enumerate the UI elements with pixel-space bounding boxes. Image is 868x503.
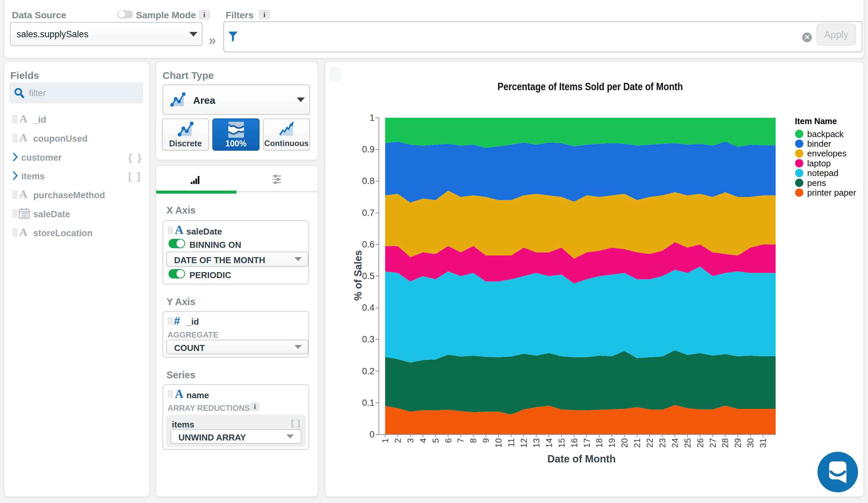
svg-text:28: 28 xyxy=(720,438,730,448)
svg-text:0.6: 0.6 xyxy=(362,240,374,250)
svg-text:17: 17 xyxy=(582,438,592,448)
svg-text:% of Sales: % of Sales xyxy=(352,250,364,301)
svg-text:printer paper: printer paper xyxy=(807,188,856,198)
svg-text:9: 9 xyxy=(481,438,491,443)
svg-text:5: 5 xyxy=(431,438,441,443)
svg-text:11: 11 xyxy=(506,438,516,447)
svg-text:3: 3 xyxy=(405,438,415,443)
svg-text:0.1: 0.1 xyxy=(362,398,374,408)
svg-text:pens: pens xyxy=(807,178,826,188)
svg-text:7: 7 xyxy=(456,438,466,443)
svg-text:24: 24 xyxy=(670,438,680,448)
svg-text:14: 14 xyxy=(544,438,554,448)
svg-text:22: 22 xyxy=(645,438,655,448)
svg-text:19: 19 xyxy=(607,438,617,448)
svg-text:0.3: 0.3 xyxy=(362,334,374,344)
svg-text:13: 13 xyxy=(531,438,541,448)
svg-text:23: 23 xyxy=(657,438,667,448)
svg-text:31: 31 xyxy=(758,438,768,448)
svg-text:0.7: 0.7 xyxy=(362,208,374,218)
svg-text:backpack: backpack xyxy=(807,129,844,139)
svg-text:26: 26 xyxy=(695,438,705,448)
svg-text:0.2: 0.2 xyxy=(362,366,374,376)
svg-text:0.4: 0.4 xyxy=(362,303,374,313)
svg-text:15: 15 xyxy=(557,438,567,448)
svg-text:27: 27 xyxy=(708,438,718,448)
svg-text:0: 0 xyxy=(370,430,374,440)
svg-text:binder: binder xyxy=(807,139,831,149)
svg-text:20: 20 xyxy=(619,438,629,448)
svg-text:10: 10 xyxy=(494,438,504,448)
svg-text:Date of Month: Date of Month xyxy=(547,453,616,465)
svg-text:16: 16 xyxy=(569,438,579,448)
svg-text:30: 30 xyxy=(745,438,755,448)
svg-text:18: 18 xyxy=(594,438,604,448)
svg-text:0.5: 0.5 xyxy=(362,271,374,281)
svg-text:Item Name: Item Name xyxy=(795,117,837,126)
svg-text:12: 12 xyxy=(519,438,529,448)
svg-text:8: 8 xyxy=(468,438,478,443)
svg-text:6: 6 xyxy=(443,438,453,443)
svg-text:envelopes: envelopes xyxy=(807,148,847,158)
svg-text:1: 1 xyxy=(370,113,374,123)
svg-text:Percentage of Items Sold per D: Percentage of Items Sold per Date of Mon… xyxy=(497,81,683,92)
svg-text:2: 2 xyxy=(393,438,403,443)
svg-text:4: 4 xyxy=(418,438,428,443)
svg-text:21: 21 xyxy=(632,438,642,448)
svg-text:1: 1 xyxy=(380,438,390,443)
svg-text:notepad: notepad xyxy=(807,168,838,178)
svg-text:0.9: 0.9 xyxy=(362,144,374,154)
svg-text:29: 29 xyxy=(733,438,743,448)
svg-text:0.8: 0.8 xyxy=(362,176,374,186)
svg-text:laptop: laptop xyxy=(807,158,831,168)
svg-text:25: 25 xyxy=(683,438,693,448)
